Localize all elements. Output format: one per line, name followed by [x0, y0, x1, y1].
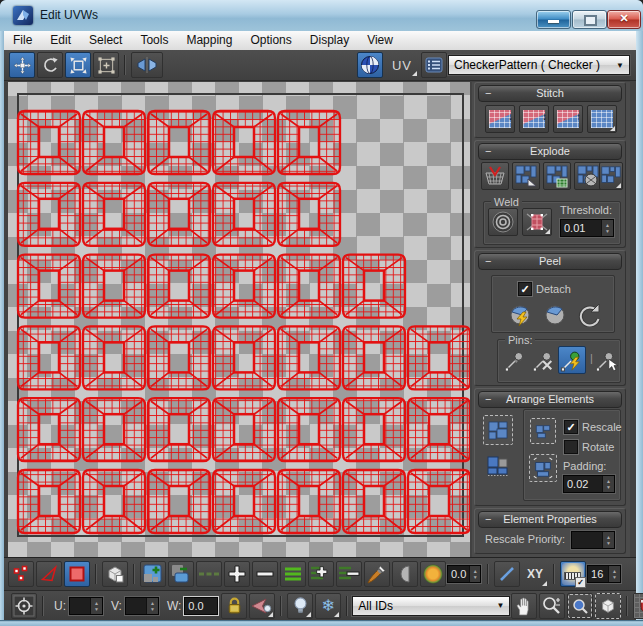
- menu-item-file[interactable]: File: [4, 31, 41, 50]
- threshold-field[interactable]: 0.01 ▲▼: [560, 219, 614, 237]
- w-field[interactable]: 0.0: [184, 597, 218, 615]
- uv-options-button[interactable]: [421, 52, 447, 78]
- close-button[interactable]: ✕: [607, 10, 641, 29]
- menu-item-options[interactable]: Options: [241, 31, 300, 50]
- detach-checkbox[interactable]: ✓: [518, 282, 532, 296]
- grow-loop-button[interactable]: [224, 561, 250, 587]
- pack-elements-button[interactable]: [483, 415, 513, 445]
- peel-rollout: − Peel ✓ Detach: [474, 250, 626, 386]
- flatten-default-button[interactable]: [599, 162, 623, 190]
- spinner-arrows[interactable]: ▲▼: [602, 532, 614, 548]
- rescale-elements-button[interactable]: [484, 451, 512, 479]
- shrink-selection-button[interactable]: [168, 561, 194, 587]
- freeze-button[interactable]: ❄: [315, 593, 341, 619]
- menu-item-view[interactable]: View: [358, 31, 402, 50]
- scale-tool-button[interactable]: [65, 52, 91, 78]
- texture-selector-dropdown[interactable]: CheckerPattern ( Checker ) ▼: [448, 55, 630, 75]
- show-map-button[interactable]: [357, 52, 383, 78]
- grid-size-field[interactable]: 16▲▼: [587, 565, 621, 583]
- pin-points-button[interactable]: [502, 348, 528, 374]
- minimize-button[interactable]: [536, 10, 571, 29]
- spinner-arrows[interactable]: ▲▼: [469, 566, 480, 582]
- stitch-average-button[interactable]: ↕: [519, 105, 549, 133]
- spinner-arrows[interactable]: ▲▼: [90, 598, 102, 614]
- soft-selection-falloff-button[interactable]: [420, 561, 446, 587]
- auto-pin-button[interactable]: [558, 346, 586, 374]
- unpin-points-button[interactable]: [530, 348, 556, 374]
- rotate-tool-button[interactable]: [37, 52, 63, 78]
- reset-peel-button[interactable]: [574, 300, 604, 328]
- edge-distance-button[interactable]: [494, 561, 520, 587]
- show-hidden-button[interactable]: [287, 593, 313, 619]
- menu-item-display[interactable]: Display: [301, 31, 358, 50]
- rescale-priority-field[interactable]: ▲▼: [571, 531, 615, 549]
- grow-selection-button[interactable]: [140, 561, 166, 587]
- v-field[interactable]: ▲▼: [125, 597, 159, 615]
- vertex-mode-button[interactable]: [8, 561, 34, 587]
- flatten-material-button[interactable]: [574, 162, 602, 190]
- edge-loop-button[interactable]: [196, 561, 222, 587]
- gizmo-preview-button[interactable]: [249, 593, 275, 619]
- paint-falloff-button[interactable]: [392, 561, 418, 587]
- pack-tight-button[interactable]: [530, 418, 556, 444]
- snap-toggle-button[interactable]: [633, 593, 643, 619]
- element-mode-button[interactable]: [102, 561, 128, 587]
- flatten-angle-button[interactable]: [512, 162, 540, 190]
- absolute-offset-button[interactable]: [11, 593, 37, 619]
- grow-ring-button[interactable]: [308, 561, 334, 587]
- shrink-loop-button[interactable]: [252, 561, 278, 587]
- spinner-arrows[interactable]: ▲▼: [601, 220, 613, 236]
- edge-ring-button[interactable]: [280, 561, 306, 587]
- weld-selected-button[interactable]: [488, 208, 518, 236]
- peel-mode-button[interactable]: [540, 300, 570, 328]
- flatten-custom-button[interactable]: [481, 162, 509, 190]
- stitch-rollout-header[interactable]: − Stitch: [478, 85, 622, 102]
- axis-space-button[interactable]: XY: [522, 561, 548, 587]
- spinner-arrows[interactable]: ▲▼: [146, 598, 158, 614]
- quick-peel-button[interactable]: [506, 300, 536, 328]
- maximize-button[interactable]: [572, 10, 607, 29]
- grid-visibility-toggle[interactable]: ✓: [560, 561, 586, 587]
- title-bar[interactable]: Edit UVWs ✕: [0, 0, 643, 32]
- peel-rollout-header[interactable]: − Peel: [478, 253, 622, 270]
- paint-select-button[interactable]: [364, 561, 390, 587]
- menu-item-mapping[interactable]: Mapping: [177, 31, 241, 50]
- move-tool-button[interactable]: [9, 52, 35, 78]
- menu-item-edit[interactable]: Edit: [41, 31, 80, 50]
- stitch-source-button[interactable]: ↑: [553, 105, 583, 133]
- mirror-tool-button[interactable]: [131, 52, 163, 78]
- padding-field[interactable]: 0.02 ▲▼: [563, 475, 615, 493]
- pack-full-button[interactable]: [529, 454, 557, 482]
- pan-button[interactable]: [511, 593, 537, 619]
- target-weld-button[interactable]: [522, 208, 552, 236]
- element-properties-header[interactable]: − Element Properties: [478, 511, 622, 528]
- flatten-smoothing-button[interactable]: [543, 162, 571, 190]
- menu-item-tools[interactable]: Tools: [131, 31, 177, 50]
- zoom-extents-button[interactable]: [595, 593, 621, 619]
- stitch-custom-button[interactable]: [587, 105, 617, 133]
- material-id-filter[interactable]: All IDs▼: [352, 596, 510, 616]
- rotate-checkbox[interactable]: [564, 440, 578, 454]
- explode-rollout-header[interactable]: − Explode: [478, 143, 622, 160]
- spinner-arrows[interactable]: ▲▼: [602, 476, 614, 492]
- uv-islands[interactable]: [8, 82, 470, 557]
- lock-selection-button[interactable]: [221, 593, 247, 619]
- zoom-button[interactable]: [539, 593, 565, 619]
- edge-mode-button[interactable]: [36, 561, 62, 587]
- element-properties-title: Element Properties: [503, 513, 597, 525]
- shrink-ring-button[interactable]: [336, 561, 362, 587]
- select-pins-button[interactable]: [594, 348, 620, 374]
- freeform-tool-button[interactable]: [93, 52, 119, 78]
- polygon-mode-button[interactable]: [64, 561, 90, 587]
- falloff-value-field[interactable]: 0.0▲▼: [447, 565, 481, 583]
- uv-coords-button[interactable]: UV: [386, 54, 418, 77]
- peel-title: Peel: [539, 255, 561, 267]
- stitch-target-button[interactable]: ↓: [485, 105, 515, 133]
- spinner-arrows[interactable]: ▲▼: [608, 566, 620, 582]
- menu-item-select[interactable]: Select: [80, 31, 131, 50]
- arrange-rollout-header[interactable]: − Arrange Elements: [478, 391, 622, 408]
- u-field[interactable]: ▲▼: [69, 597, 103, 615]
- zoom-region-button[interactable]: [567, 593, 593, 619]
- rescale-checkbox[interactable]: ✓: [564, 420, 578, 434]
- uv-canvas[interactable]: [8, 82, 470, 557]
